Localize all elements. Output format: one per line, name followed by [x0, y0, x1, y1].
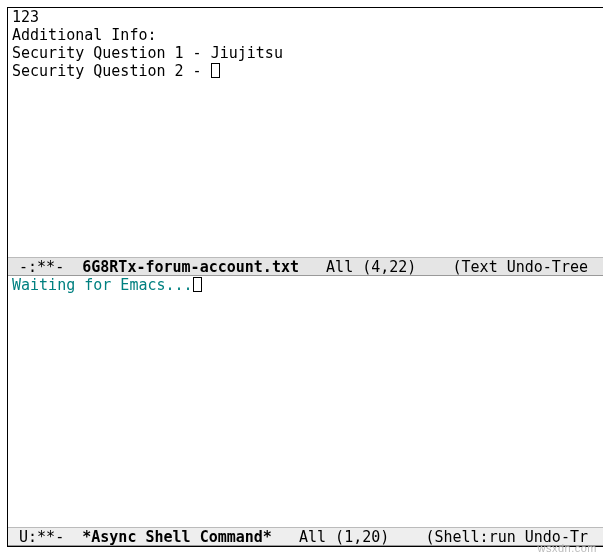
modeline-position: All (4,22): [299, 258, 453, 276]
minibuffer-message: Waiting for Emacs...: [12, 276, 193, 294]
buffer-line: Waiting for Emacs...: [12, 276, 602, 294]
watermark: wsxdn.com: [537, 542, 597, 554]
text-buffer-window[interactable]: 123 Additional Info: Security Question 1…: [8, 8, 603, 257]
buffer-line: Security Question 2 -: [12, 62, 602, 80]
mode-line-bottom[interactable]: U:**- *Async Shell Command* All (1,20) (…: [8, 527, 603, 546]
shell-buffer-window[interactable]: Waiting for Emacs...: [8, 276, 603, 527]
buffer-line: Additional Info:: [12, 26, 602, 44]
modeline-modes: (Text Undo-Tree: [453, 258, 588, 276]
buffer-line: 123: [12, 8, 602, 26]
modeline-status: U:**-: [10, 528, 82, 546]
emacs-frame: 123 Additional Info: Security Question 1…: [7, 7, 603, 547]
text-cursor: [211, 63, 220, 78]
modeline-status: -:**-: [10, 258, 82, 276]
modeline-position: All (1,20): [272, 528, 426, 546]
buffer-line: Security Question 1 - Jiujitsu: [12, 44, 602, 62]
text-cursor: [193, 277, 202, 292]
modeline-buffer-name: 6G8RTx-forum-account.txt: [82, 258, 299, 276]
mode-line-top[interactable]: -:**- 6G8RTx-forum-account.txt All (4,22…: [8, 257, 603, 276]
modeline-buffer-name: *Async Shell Command*: [82, 528, 272, 546]
